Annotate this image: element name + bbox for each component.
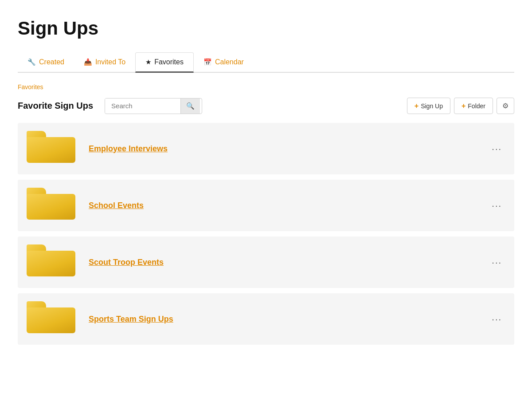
- folder-row[interactable]: Sports Team Sign Ups ···: [18, 293, 514, 345]
- breadcrumb: Favorites: [18, 83, 514, 91]
- folder-icon-employee-interviews: [27, 131, 80, 166]
- folder-icon-school-events: [27, 188, 80, 223]
- folder-name-employee-interviews[interactable]: Employee Interviews: [89, 144, 488, 154]
- calendar-icon: 📅: [203, 58, 212, 66]
- folder-row[interactable]: Employee Interviews ···: [18, 123, 514, 174]
- folder-label: Folder: [468, 102, 485, 110]
- gear-icon: ⚙: [502, 102, 509, 110]
- inbox-icon: 📥: [84, 58, 92, 66]
- folder-more-scout-troop[interactable]: ···: [488, 256, 505, 269]
- signup-label: Sign Up: [421, 102, 443, 110]
- folder-more-employee-interviews[interactable]: ···: [488, 142, 505, 156]
- search-input[interactable]: [105, 98, 180, 113]
- search-button[interactable]: 🔍: [180, 98, 200, 114]
- folder-name-school-events[interactable]: School Events: [89, 201, 488, 210]
- tab-invited-to[interactable]: 📥 Invited To: [74, 52, 135, 73]
- tab-created-label: Created: [39, 58, 64, 66]
- plus-icon: +: [415, 102, 419, 110]
- add-signup-button[interactable]: + Sign Up: [407, 98, 450, 114]
- toolbar-title: Favorite Sign Ups: [18, 101, 93, 111]
- plus-icon-2: +: [462, 102, 466, 110]
- tabs-nav: 🔧 Created 📥 Invited To ★ Favorites 📅 Cal…: [18, 52, 514, 73]
- action-buttons: + Sign Up + Folder ⚙: [407, 98, 514, 114]
- folder-row[interactable]: Scout Troop Events ···: [18, 236, 514, 288]
- folder-row[interactable]: School Events ···: [18, 180, 514, 231]
- folder-icon-sports-team: [27, 301, 80, 337]
- folder-more-school-events[interactable]: ···: [488, 199, 505, 213]
- folder-name-scout-troop[interactable]: Scout Troop Events: [89, 258, 488, 267]
- search-box: 🔍: [105, 98, 202, 114]
- tab-invited-to-label: Invited To: [95, 58, 125, 66]
- page-title: Sign Ups: [18, 18, 514, 39]
- settings-button[interactable]: ⚙: [497, 98, 514, 114]
- tab-created[interactable]: 🔧 Created: [18, 52, 74, 73]
- tab-favorites[interactable]: ★ Favorites: [135, 52, 194, 73]
- folder-more-sports-team[interactable]: ···: [488, 312, 505, 326]
- folder-icon-scout-troop: [27, 244, 80, 280]
- folder-name-sports-team[interactable]: Sports Team Sign Ups: [89, 315, 488, 324]
- tab-favorites-label: Favorites: [154, 58, 184, 66]
- add-folder-button[interactable]: + Folder: [454, 98, 493, 114]
- folder-list: Employee Interviews ··· School Events ··…: [18, 123, 514, 350]
- star-icon: ★: [145, 58, 151, 66]
- tab-calendar[interactable]: 📅 Calendar: [194, 52, 254, 73]
- toolbar: Favorite Sign Ups 🔍 + Sign Up + Folder ⚙: [18, 98, 514, 114]
- tab-calendar-label: Calendar: [215, 58, 244, 66]
- wrench-icon: 🔧: [27, 58, 36, 66]
